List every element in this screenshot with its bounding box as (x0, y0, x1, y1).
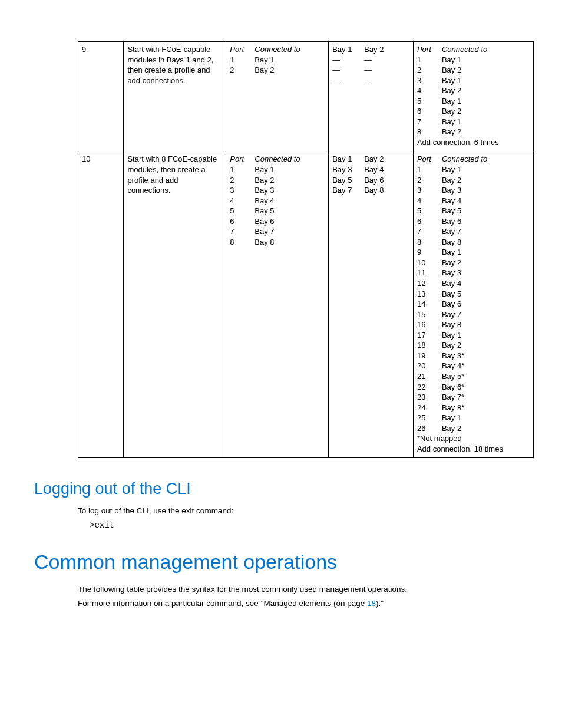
port-header: Port (230, 44, 254, 55)
row-id: 10 (78, 151, 124, 458)
connected-header: Connected to (254, 154, 325, 164)
port-header: Port (230, 154, 254, 164)
port-header: Port (417, 44, 442, 55)
heading-common-mgmt: Common management operations (34, 549, 528, 576)
connected-header: Connected to (254, 44, 325, 55)
note: Add connection, 6 times (417, 137, 530, 148)
table-row: 10 Start with 8 FCoE-capable modules, th… (78, 151, 534, 458)
fcoe-mapping-table: 9 Start with FCoE-capable modules in Bay… (78, 41, 534, 458)
bays-column: Bay 1Bay 2 Bay 3Bay 4 Bay 5Bay 6 Bay 7Ba… (329, 151, 414, 458)
heading-logging-out: Logging out of the CLI (34, 478, 528, 499)
code-exit: >exit (90, 520, 528, 531)
connected-header: Connected to (442, 154, 530, 164)
paragraph: The following table provides the syntax … (78, 584, 528, 595)
row-description: Start with FCoE-capable modules in Bays … (124, 42, 226, 151)
row-id: 9 (78, 42, 124, 151)
paragraph: For more information on a particular com… (78, 598, 528, 609)
page-link-18[interactable]: 18 (367, 599, 376, 608)
text: )." (376, 599, 384, 608)
note: Add connection, 18 times (417, 444, 530, 454)
connected-header: Connected to (442, 44, 530, 55)
ports-right: PortConnected to 1Bay 1 2Bay 2 3Bay 1 4B… (413, 42, 533, 151)
paragraph: To log out of the CLI, use the exit comm… (78, 506, 528, 516)
ports-left: PortConnected to 1Bay 1 2Bay 2 3Bay 3 4B… (226, 151, 329, 458)
text: For more information on a particular com… (78, 599, 367, 608)
port-header: Port (417, 154, 442, 164)
row-description: Start with 8 FCoE-capable modules, then … (124, 151, 226, 458)
note: *Not mapped (417, 433, 530, 444)
ports-left: PortConnected to 1Bay 1 2Bay 2 (226, 42, 329, 151)
table-row: 9 Start with FCoE-capable modules in Bay… (78, 42, 534, 151)
ports-right: PortConnected to 1Bay 1 2Bay 2 3Bay 3 4B… (413, 151, 533, 458)
bays-column: Bay 1Bay 2 —— —— —— (329, 42, 414, 151)
